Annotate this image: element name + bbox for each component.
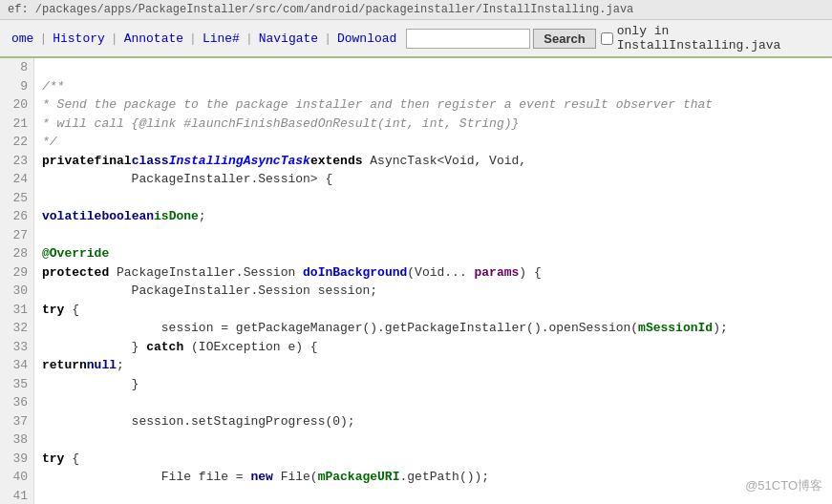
code-line: return null; xyxy=(42,356,824,375)
line-number: 39 xyxy=(6,450,28,469)
line-number: 36 xyxy=(6,393,28,412)
code-line xyxy=(42,430,824,450)
nav-history[interactable]: History xyxy=(47,30,111,48)
line-number: 31 xyxy=(6,301,28,320)
code-line: } xyxy=(42,375,824,394)
line-number: 38 xyxy=(6,430,28,450)
code-line: /** xyxy=(42,77,824,96)
code-line xyxy=(42,487,824,505)
code-line: try { xyxy=(42,450,824,469)
code-line: PackageInstaller.Session session; xyxy=(42,282,824,301)
line-numbers: 8920212223242526272829303132333435363738… xyxy=(0,58,34,504)
code-line: * Send the package to the package instal… xyxy=(42,95,824,115)
line-number: 37 xyxy=(6,412,28,431)
only-in-label: only in InstallInstalling.java xyxy=(617,24,826,52)
watermark: @51CTO博客 xyxy=(745,477,822,494)
nav-annotate[interactable]: Annotate xyxy=(118,30,189,48)
code-line: @Override xyxy=(42,244,824,263)
code-line: volatile boolean isDone; xyxy=(42,207,824,226)
nav-navigate[interactable]: Navigate xyxy=(253,30,324,48)
only-in-checkbox[interactable] xyxy=(601,32,613,45)
nav-lineno[interactable]: Line# xyxy=(197,30,245,48)
code-line: session = getPackageManager().getPackage… xyxy=(42,319,824,338)
code-content: /** * Send the package to the package in… xyxy=(34,58,832,504)
line-number: 9 xyxy=(6,77,28,96)
line-number: 27 xyxy=(6,226,28,245)
line-number: 20 xyxy=(6,95,28,115)
nav-download[interactable]: Download xyxy=(331,30,402,48)
code-container: 8920212223242526272829303132333435363738… xyxy=(0,58,832,504)
line-number: 21 xyxy=(6,115,28,134)
line-number: 29 xyxy=(6,263,28,283)
code-line: try { xyxy=(42,301,824,320)
code-line: */ xyxy=(42,133,824,152)
line-number: 25 xyxy=(6,189,28,208)
code-line xyxy=(42,226,824,245)
line-number: 8 xyxy=(6,58,28,77)
code-line: session.setStagingProgress(0); xyxy=(42,412,824,431)
line-number: 32 xyxy=(6,319,28,338)
line-number: 23 xyxy=(6,152,28,171)
code-line: PackageInstaller.Session> { xyxy=(42,170,824,189)
breadcrumb: ef: /packages/apps/PackageInstaller/src/… xyxy=(0,0,832,20)
line-number: 24 xyxy=(6,170,28,189)
line-number: 33 xyxy=(6,338,28,357)
line-number: 22 xyxy=(6,133,28,152)
code-line: File file = new File(mPackageURI.getPath… xyxy=(42,468,824,487)
code-line: private final class InstallingAsyncTask … xyxy=(42,152,824,171)
line-number: 34 xyxy=(6,356,28,375)
code-line: } catch (IOException e) { xyxy=(42,338,824,357)
line-number: 41 xyxy=(6,487,28,505)
line-number: 35 xyxy=(6,375,28,394)
search-input[interactable] xyxy=(406,29,530,49)
code-line xyxy=(42,189,824,208)
line-number: 40 xyxy=(6,468,28,487)
line-number: 30 xyxy=(6,282,28,301)
line-number: 26 xyxy=(6,207,28,226)
nav-bar: ome | History | Annotate | Line# | Navig… xyxy=(0,20,832,58)
code-line xyxy=(42,58,824,77)
code-line: * will call {@link #launchFinishBasedOnR… xyxy=(42,115,824,134)
code-line: protected PackageInstaller.Session doInB… xyxy=(42,263,824,283)
code-line xyxy=(42,393,824,412)
search-button[interactable]: Search xyxy=(533,29,595,49)
nav-home[interactable]: ome xyxy=(6,30,39,48)
line-number: 28 xyxy=(6,244,28,263)
